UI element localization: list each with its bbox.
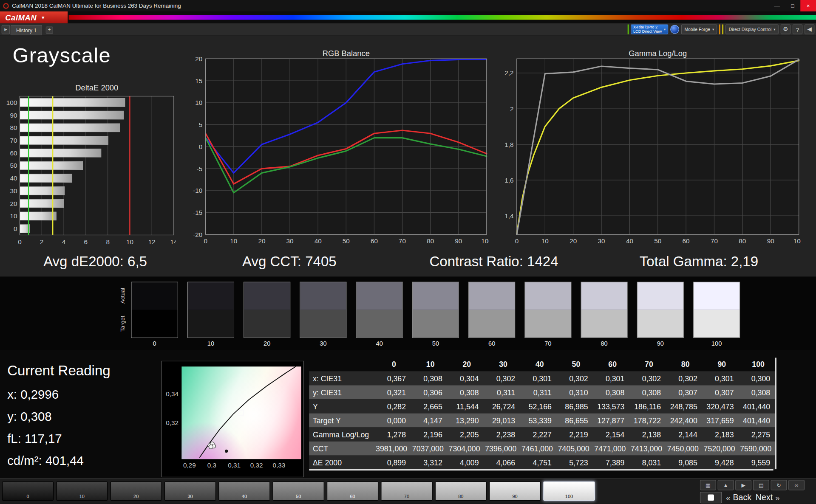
svg-text:0: 0	[18, 239, 22, 246]
table-cell: 2,665	[412, 402, 449, 411]
table-row: x: CIE310,3670,3080,3040,3020,3010,3020,…	[309, 371, 776, 385]
table-horizontal-scrollbar[interactable]	[309, 469, 773, 470]
maximize-button[interactable]: □	[785, 0, 801, 11]
minimize-button[interactable]: —	[769, 0, 785, 11]
svg-text:15: 15	[195, 77, 202, 84]
level-button-10[interactable]: 10	[56, 481, 108, 501]
toolbar: ▶ History 1 + X-Rite i1Pro 2 LCD Direct …	[0, 23, 816, 36]
gray-swatch-20	[244, 282, 290, 338]
table-cell: 0,301	[521, 374, 558, 383]
eject-button[interactable]: ▲	[718, 480, 734, 490]
swatch-label: 60	[468, 340, 515, 347]
back-button[interactable]: « Back	[726, 493, 751, 502]
next-button[interactable]: Next »	[756, 493, 780, 502]
play-measure-button[interactable]: ▶	[735, 480, 751, 490]
grayscale-swatch-strip: Actual Target 0102030405060708090100	[0, 276, 816, 350]
source-status-indicator	[720, 25, 720, 34]
svg-text:0,33: 0,33	[272, 462, 285, 469]
table-cell: 0,311	[521, 388, 558, 397]
table-cell: 0,310	[558, 388, 595, 397]
calman-logo-menu[interactable]: CalMAN ▾	[0, 11, 68, 23]
refresh-button[interactable]: ↻	[771, 480, 787, 490]
svg-text:100: 100	[481, 237, 489, 245]
meter-button[interactable]: X-Rite i1Pro 2 LCD Direct View ▾	[631, 25, 669, 34]
svg-text:20: 20	[10, 200, 17, 207]
current-reading-cd: cd/m²: 401,44	[7, 453, 84, 468]
gray-swatch-50	[412, 282, 459, 338]
help-button[interactable]: ?	[793, 25, 802, 34]
level-button-70[interactable]: 70	[381, 481, 432, 501]
swatch-label: 90	[637, 340, 684, 347]
swatch-label: 80	[581, 340, 628, 347]
monitor-icon: ▦	[706, 482, 711, 488]
level-button-90[interactable]: 90	[489, 481, 541, 501]
svg-text:70: 70	[10, 137, 17, 144]
swatch-actual	[525, 282, 571, 310]
level-button-20[interactable]: 20	[110, 481, 162, 501]
source-button[interactable]: Mobile Forge ▾	[681, 25, 717, 34]
level-button-60[interactable]: 60	[327, 481, 378, 501]
level-button-label: 100	[544, 494, 595, 499]
table-cell: 2,154	[594, 430, 631, 439]
pattern-window-button[interactable]: ▦	[700, 480, 716, 490]
svg-text:40: 40	[314, 237, 322, 245]
swatch-target	[581, 310, 627, 338]
print-button[interactable]: ▤	[753, 480, 769, 490]
plus-icon: +	[48, 27, 51, 32]
level-button-50[interactable]: 50	[273, 481, 324, 501]
table-cell: 4,751	[521, 458, 558, 467]
table-cell: 29,013	[485, 416, 521, 425]
table-cell: 86,985	[558, 402, 595, 411]
table-cell: 0,308	[740, 388, 776, 397]
table-cell: 317,659	[704, 416, 740, 425]
logo-text: CalMAN	[5, 13, 37, 22]
table-cell: 0,308	[412, 374, 449, 383]
chevron-down-icon: ▾	[664, 27, 666, 31]
svg-text:2: 2	[510, 105, 514, 113]
probe-icon-button[interactable]	[670, 25, 679, 34]
table-cell: 0,302	[667, 374, 704, 383]
history-scroll-button[interactable]: ▶	[2, 25, 10, 34]
display-control-button[interactable]: Direct Display Control ▾	[725, 25, 779, 34]
level-button-0[interactable]: 0	[2, 481, 54, 501]
table-cell: 2,238	[485, 430, 521, 439]
table-row: y: CIE310,3210,3060,3080,3110,3110,3100,…	[309, 385, 776, 399]
svg-text:60: 60	[371, 237, 378, 245]
swatch-actual	[132, 282, 178, 310]
level-button-100[interactable]: 100	[543, 481, 595, 501]
table-vertical-scrollbar[interactable]	[775, 358, 776, 469]
table-column-header: 70	[631, 360, 667, 369]
gray-swatch-10	[187, 282, 234, 338]
table-cell: 9,085	[667, 458, 704, 467]
table-cell: 7461,000	[521, 444, 558, 453]
cie-target-marker	[238, 410, 244, 415]
cie-measured-dot	[225, 450, 228, 453]
table-cell: 178,722	[631, 416, 667, 425]
stop-pattern-button[interactable]	[700, 492, 722, 503]
svg-text:10: 10	[126, 239, 133, 246]
close-button[interactable]: ×	[800, 0, 816, 11]
gray-swatch-80	[581, 282, 628, 338]
level-button-80[interactable]: 80	[435, 481, 487, 501]
link-button[interactable]: ∞	[788, 480, 805, 490]
level-button-30[interactable]: 30	[164, 481, 216, 501]
level-button-40[interactable]: 40	[218, 481, 270, 501]
svg-text:0,29: 0,29	[183, 462, 196, 469]
svg-text:80: 80	[10, 124, 17, 131]
table-cell: 7037,000	[412, 444, 449, 453]
svg-text:50: 50	[343, 237, 350, 245]
total-gamma-value: Total Gamma: 2,19	[621, 254, 777, 270]
tab-history-1[interactable]: History 1	[10, 25, 42, 35]
svg-text:-10: -10	[193, 187, 202, 194]
svg-text:14: 14	[170, 239, 176, 246]
bottom-bar: 0102030405060708090100 ▦ ▲ ▶ ▤ ↻ ∞ « Bac…	[0, 479, 816, 504]
svg-text:10: 10	[10, 212, 17, 220]
add-history-button[interactable]: +	[46, 26, 53, 34]
svg-text:0: 0	[199, 143, 203, 150]
settings-button[interactable]: ⚙	[781, 25, 790, 34]
collapse-panel-button[interactable]: ◀	[805, 25, 814, 34]
level-button-label: 90	[490, 494, 540, 499]
table-column-header: 30	[485, 360, 521, 369]
gray-swatch-70	[524, 282, 571, 338]
table-row-label: Target Y	[309, 416, 376, 425]
